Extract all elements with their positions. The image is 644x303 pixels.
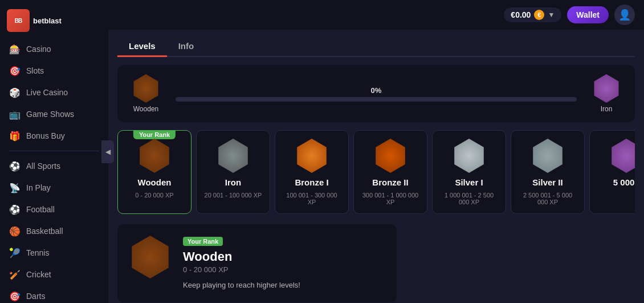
progress-from-label: Wooden	[133, 105, 158, 113]
all-sports-icon: ⚽	[9, 160, 21, 172]
sidebar-item-label: Casino	[26, 45, 51, 54]
sidebar-item-basketball[interactable]: 🏀 Basketball	[3, 221, 105, 241]
sidebar-item-game-shows[interactable]: 📺 Game Shows	[3, 104, 105, 124]
progress-bar-container: 0%	[176, 86, 577, 102]
sidebar-item-label: All Sports	[26, 161, 60, 171]
rank-badge-label: Your Rank	[183, 237, 223, 246]
tennis-icon: 🎾	[9, 247, 21, 258]
sidebar-item-label: Football	[26, 205, 55, 214]
casino-icon: 🎰	[9, 43, 21, 55]
your-rank-detail-card: Your Rank Wooden 0 - 20 000 XP Keep play…	[117, 224, 397, 302]
level-name: Iron	[225, 177, 241, 187]
silver1-badge	[452, 139, 486, 173]
progress-to-label: Iron	[601, 105, 613, 113]
level-name: Bronze II	[372, 177, 408, 187]
progress-bar-bg	[176, 97, 577, 102]
level-card-bronze2: Bronze II 300 001 - 1 000 000 XP	[353, 130, 427, 214]
game-shows-icon: 📺	[9, 108, 21, 120]
level-name: 5 000+	[613, 177, 635, 187]
chevron-left-icon: ◀	[105, 148, 111, 156]
topbar: €0.00 € ▼ Wallet 👤	[108, 0, 644, 30]
sidebar-item-casino[interactable]: 🎰 Casino	[3, 39, 105, 59]
sidebar-item-live-casino[interactable]: 🎲 Live Casino	[3, 82, 105, 103]
level-card-silver1: Silver I 1 000 001 - 2 500 000 XP	[432, 130, 506, 214]
sidebar-item-in-play[interactable]: 📡 In Play	[3, 177, 105, 198]
level-card-gold: 5 000+	[589, 130, 635, 214]
wooden-badge-progress	[132, 74, 160, 103]
levels-grid: Your Rank Wooden 0 - 20 000 XP Iron 20 0…	[117, 130, 635, 216]
bronze2-badge	[373, 139, 407, 173]
rank-badge-large	[129, 236, 172, 278]
in-play-icon: 📡	[9, 182, 21, 193]
sidebar-divider	[9, 151, 99, 151]
level-xp: 100 001 - 300 000 XP	[282, 192, 341, 205]
sidebar-item-label: Basketball	[26, 227, 63, 236]
live-casino-icon: 🎲	[9, 87, 21, 98]
level-card-wooden: Your Rank Wooden 0 - 20 000 XP	[117, 130, 191, 214]
sidebar-item-label: In Play	[26, 183, 51, 192]
darts-icon: 🎯	[9, 290, 21, 302]
logo-area: BB betblast	[0, 5, 108, 39]
your-rank-badge: Your Rank	[133, 130, 176, 139]
cricket-icon: 🏏	[9, 269, 21, 280]
sidebar-item-slots[interactable]: 🎯 Slots	[3, 60, 105, 81]
sidebar-item-label: Live Casino	[26, 88, 68, 97]
iron-badge-progress	[592, 74, 621, 103]
logo: BB betblast	[7, 9, 62, 32]
bronze1-badge	[295, 139, 329, 173]
tabs: Levels Info	[117, 37, 635, 57]
tab-info[interactable]: Info	[167, 37, 206, 57]
level-name: Silver II	[532, 177, 563, 187]
level-name: Wooden	[138, 177, 172, 187]
sidebar-item-darts[interactable]: 🎯 Darts	[3, 286, 105, 303]
sidebar-item-label: Tennis	[26, 248, 49, 257]
chevron-down-icon: ▼	[548, 11, 555, 19]
progress-section: Wooden 0% Iron	[117, 65, 635, 122]
sidebar-item-label: Darts	[26, 292, 45, 301]
user-profile-button[interactable]: 👤	[614, 5, 635, 25]
sidebar-item-football[interactable]: ⚽ Football	[3, 199, 105, 220]
main-content: €0.00 € ▼ Wallet 👤 Levels Info	[108, 0, 644, 303]
currency-icon: €	[534, 10, 544, 20]
sidebar-collapse-button[interactable]: ◀	[101, 140, 114, 163]
level-xp: 0 - 20 000 XP	[135, 192, 173, 199]
level-card-iron: Iron 20 001 - 100 000 XP	[196, 130, 270, 214]
rank-description: Keep playing to reach higher levels!	[183, 280, 385, 291]
sidebar-item-bonus-buy[interactable]: 🎁 Bonus Buy	[3, 126, 105, 146]
sidebar-item-label: Slots	[26, 66, 44, 75]
balance-display: €0.00 € ▼	[504, 7, 561, 22]
currency-symbol: €	[537, 11, 541, 18]
bonus-buy-icon: 🎁	[9, 130, 21, 142]
rank-title: Wooden	[183, 249, 385, 264]
level-xp: 2 500 001 - 5 000 000 XP	[518, 192, 577, 205]
level-name: Silver I	[455, 177, 483, 187]
level-xp: 1 000 001 - 2 500 000 XP	[439, 192, 499, 205]
iron-badge	[216, 139, 250, 173]
sidebar-item-cricket[interactable]: 🏏 Cricket	[3, 264, 105, 285]
wooden-badge	[137, 139, 172, 173]
rank-xp: 0 - 20 000 XP	[183, 265, 385, 274]
gold-badge	[609, 139, 635, 173]
football-icon: ⚽	[9, 204, 21, 215]
basketball-icon: 🏀	[9, 225, 21, 237]
sidebar-item-label: Cricket	[26, 270, 51, 279]
sidebar-item-all-sports[interactable]: ⚽ All Sports	[3, 156, 105, 176]
sidebar-item-label: Game Shows	[26, 110, 74, 119]
content-area: Levels Info Wooden 0%	[108, 30, 644, 303]
rank-info: Your Rank Wooden 0 - 20 000 XP Keep play…	[183, 236, 385, 291]
balance-amount: €0.00	[511, 10, 531, 19]
slots-icon: 🎯	[9, 65, 21, 76]
tab-levels[interactable]: Levels	[117, 37, 167, 57]
user-icon: 👤	[618, 9, 631, 21]
wallet-button[interactable]: Wallet	[567, 6, 609, 23]
level-card-bronze1: Bronze I 100 001 - 300 000 XP	[275, 130, 349, 214]
level-name: Bronze I	[295, 177, 328, 187]
level-xp: 20 001 - 100 000 XP	[205, 192, 262, 199]
sidebar-item-tennis[interactable]: 🎾 Tennis	[3, 243, 105, 263]
level-card-silver2: Silver II 2 500 001 - 5 000 000 XP	[511, 130, 585, 214]
sidebar: BB betblast 🎰 Casino 🎯 Slots 🎲 Live Casi…	[0, 0, 108, 303]
progress-percent: 0%	[176, 86, 577, 95]
level-xp: 300 001 - 1 000 000 XP	[361, 192, 420, 205]
sidebar-nav: 🎰 Casino 🎯 Slots 🎲 Live Casino 📺 Game Sh…	[0, 39, 108, 303]
sidebar-item-label: Bonus Buy	[26, 131, 65, 140]
